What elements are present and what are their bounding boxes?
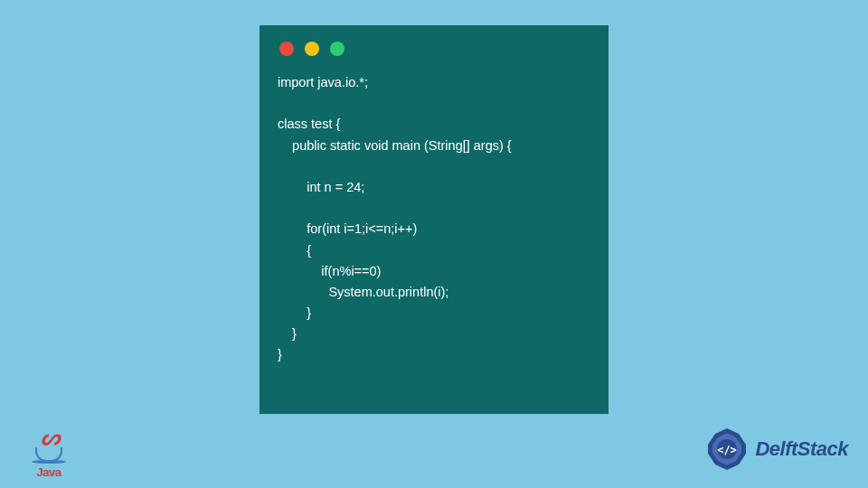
code-window: import java.io.*; class test { public st… (259, 25, 609, 414)
traffic-lights (278, 42, 590, 56)
code-content: import java.io.*; class test { public st… (278, 72, 590, 366)
delftstack-text: DelftStack (755, 437, 848, 461)
java-steam-icon: ᔕ (27, 428, 71, 446)
svg-text:</>: </> (718, 444, 738, 456)
minimize-icon (305, 42, 319, 56)
delftstack-badge-icon: </> (704, 427, 750, 472)
java-logo: ᔕ Java (27, 428, 71, 479)
java-label: Java (27, 465, 71, 479)
delftstack-logo: </> DelftStack (704, 427, 848, 472)
maximize-icon (330, 42, 344, 56)
close-icon (279, 42, 294, 56)
